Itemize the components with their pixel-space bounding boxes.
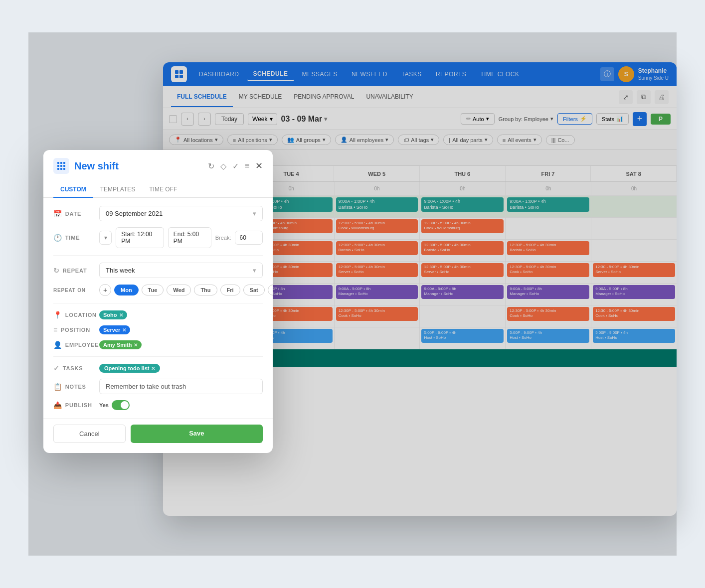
end-time-input[interactable]: End: 5:00 PM: [168, 227, 211, 248]
employee-input[interactable]: Amy Smith ✕: [99, 340, 263, 349]
repeat-icon: ↻: [53, 267, 60, 275]
remove-position[interactable]: ✕: [122, 327, 126, 333]
tab-templates[interactable]: TEMPLATES: [93, 182, 142, 198]
svg-rect-5: [60, 162, 62, 164]
publish-field-row: 📤 PUBLISH Yes: [53, 400, 263, 410]
modal-title: New shift: [74, 160, 203, 172]
tasks-label: ✓ TASKS: [53, 364, 93, 372]
publish-switch[interactable]: [112, 400, 130, 410]
position-field-row: ≡ POSITION Server ✕: [53, 325, 263, 334]
location-icon: 📍: [53, 311, 62, 319]
modal-overlay: New shift ↻ ◇ ✓ ≡ ✕ CUSTOM TEMPLATES TIM…: [28, 32, 677, 556]
break-input[interactable]: 60: [235, 231, 263, 245]
repeat-on-row: + Mon Tue Wed Thu Fri Sat Sun: [99, 284, 273, 296]
tab-custom[interactable]: CUSTOM: [53, 182, 93, 198]
tab-time-off[interactable]: TIME OFF: [142, 182, 184, 198]
checkmark-icon[interactable]: ✓: [232, 161, 239, 171]
day-pill-sat[interactable]: Sat: [243, 285, 265, 295]
position-label: ≡ POSITION: [53, 326, 93, 334]
notes-label: 📋 NOTES: [53, 383, 93, 391]
employee-icon: 👤: [53, 341, 62, 349]
svg-rect-7: [57, 165, 59, 167]
list-icon[interactable]: ≡: [245, 161, 249, 170]
modal-header-icons: ↻ ◇ ✓ ≡ ✕: [208, 160, 263, 171]
add-day-button[interactable]: +: [99, 284, 111, 296]
repeat-select[interactable]: This week ▾: [99, 263, 263, 278]
publish-yes-label: Yes: [99, 402, 109, 408]
location-input[interactable]: Soho ✕: [99, 310, 263, 319]
position-tag: Server ✕: [99, 325, 130, 334]
time-label: 🕐 TIME: [53, 234, 93, 242]
date-label: 📅 DATE: [53, 210, 93, 218]
calendar-icon: 📅: [53, 210, 62, 218]
svg-rect-4: [57, 162, 59, 164]
svg-rect-11: [60, 168, 62, 170]
remove-location[interactable]: ✕: [119, 312, 123, 318]
time-toggle[interactable]: ▾: [99, 231, 112, 245]
refresh-icon[interactable]: ↻: [208, 161, 214, 171]
repeat-chevron: ▾: [253, 267, 256, 274]
modal-footer: Cancel Save: [43, 418, 273, 453]
close-icon[interactable]: ✕: [255, 160, 263, 171]
position-icon: ≡: [53, 326, 58, 334]
break-label: Break:: [215, 235, 231, 241]
notes-icon: 📋: [53, 383, 62, 391]
clock-icon: 🕐: [53, 234, 62, 242]
day-pill-mon[interactable]: Mon: [114, 285, 139, 295]
location-label: 📍 LOCATION: [53, 311, 93, 319]
dropdown-chevron: ▾: [253, 210, 256, 217]
bookmark-icon[interactable]: ◇: [220, 161, 226, 171]
time-field-row: 🕐 TIME ▾ Start: 12:00 PM End: 5:00 PM Br…: [53, 227, 263, 248]
location-field-row: 📍 LOCATION Soho ✕: [53, 310, 263, 319]
publish-icon: 📤: [53, 401, 62, 409]
svg-rect-12: [63, 168, 65, 170]
modal-body: 📅 DATE 09 September 2021 ▾ 🕐 TIME: [43, 198, 273, 418]
day-pill-wed[interactable]: Wed: [167, 285, 191, 295]
modal-title-icon: [53, 158, 69, 174]
employee-label: 👤 EMPLOYEE: [53, 341, 93, 349]
save-button[interactable]: Save: [131, 425, 263, 443]
day-pill-fri[interactable]: Fri: [220, 285, 240, 295]
remove-task[interactable]: ✕: [151, 366, 155, 371]
publish-label: 📤 PUBLISH: [53, 401, 93, 409]
time-row: ▾ Start: 12:00 PM End: 5:00 PM Break: 60: [99, 227, 263, 248]
employee-tag: Amy Smith ✕: [99, 340, 142, 349]
publish-toggle: Yes: [99, 400, 263, 410]
modal-tabs: CUSTOM TEMPLATES TIME OFF: [43, 178, 273, 198]
repeat-field-row: ↻ REPEAT This week ▾: [53, 263, 263, 278]
day-pill-tue[interactable]: Tue: [142, 285, 164, 295]
day-pill-thu[interactable]: Thu: [194, 285, 217, 295]
svg-rect-10: [57, 168, 59, 170]
notes-input[interactable]: Remember to take out trash: [99, 379, 263, 394]
position-input[interactable]: Server ✕: [99, 325, 263, 334]
modal-header: New shift ↻ ◇ ✓ ≡ ✕: [43, 150, 273, 174]
date-field-row: 📅 DATE 09 September 2021 ▾: [53, 206, 263, 221]
toggle-knob: [121, 401, 129, 409]
tasks-icon: ✓: [53, 364, 60, 372]
day-pill-sun[interactable]: Sun: [268, 285, 273, 295]
repeat-on-label: REPEAT ON: [53, 288, 93, 293]
repeat-on-field-row: REPEAT ON + Mon Tue Wed Thu Fri Sat Sun: [53, 284, 263, 296]
repeat-label: ↻ REPEAT: [53, 267, 93, 275]
svg-rect-9: [63, 165, 65, 167]
cancel-button[interactable]: Cancel: [53, 425, 126, 443]
tasks-field-row: ✓ TASKS Opening todo list ✕: [53, 364, 263, 373]
svg-rect-6: [63, 162, 65, 164]
location-tag: Soho ✕: [99, 310, 127, 319]
new-shift-modal: New shift ↻ ◇ ✓ ≡ ✕ CUSTOM TEMPLATES TIM…: [43, 150, 273, 453]
svg-rect-8: [60, 165, 62, 167]
tasks-input[interactable]: Opening todo list ✕: [99, 364, 263, 373]
employee-field-row: 👤 EMPLOYEE Amy Smith ✕: [53, 340, 263, 349]
start-time-input[interactable]: Start: 12:00 PM: [116, 227, 164, 248]
task-tag: Opening todo list ✕: [99, 364, 160, 373]
date-input[interactable]: 09 September 2021 ▾: [99, 206, 263, 221]
remove-employee[interactable]: ✕: [134, 342, 138, 348]
notes-field-row: 📋 NOTES Remember to take out trash: [53, 379, 263, 394]
